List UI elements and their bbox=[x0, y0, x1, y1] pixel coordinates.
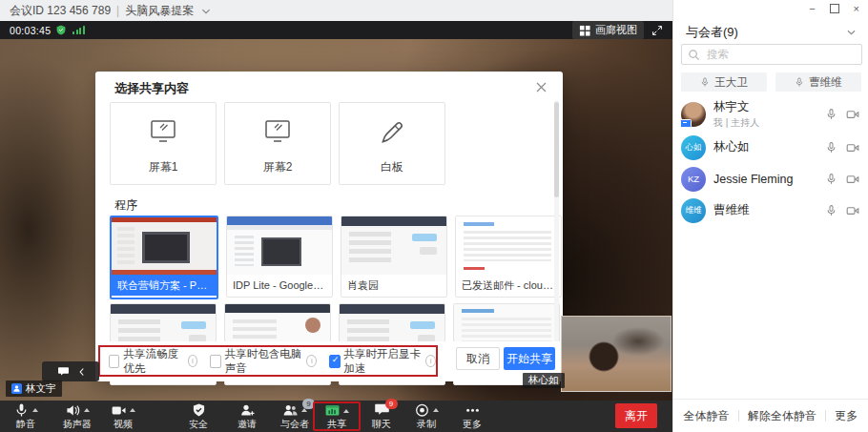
program-card-chat[interactable]: 肖袁园 bbox=[341, 216, 447, 298]
footer-more-button[interactable]: 更多 bbox=[835, 408, 858, 424]
info-icon[interactable]: i bbox=[188, 355, 198, 367]
participants-button[interactable]: 9 与会者 bbox=[271, 401, 319, 431]
caret-up-icon[interactable] bbox=[32, 408, 38, 412]
dialog-scrollbar-thumb[interactable] bbox=[554, 102, 559, 197]
chat-bubble-icon bbox=[57, 366, 70, 378]
checkbox[interactable] bbox=[210, 355, 220, 368]
pip-name-label: 林心如 bbox=[528, 374, 559, 387]
speaking-chip[interactable]: 王大卫 bbox=[681, 72, 767, 92]
share-source-screen1[interactable]: 屏幕1 bbox=[110, 102, 217, 185]
record-icon bbox=[414, 402, 430, 419]
caret-up-icon[interactable] bbox=[84, 408, 90, 412]
participants-footer: 全体静音 解除全体静音 更多 bbox=[673, 399, 868, 432]
program-thumbnail bbox=[456, 216, 561, 275]
program-card-browser[interactable]: IDP Lite - Google Chro... bbox=[226, 216, 333, 298]
window-title-bar: 会议ID 123 456 789 | 头脑风暴提案 bbox=[0, 0, 682, 21]
speaker-icon bbox=[65, 402, 81, 419]
participants-header: 与会者(9) bbox=[686, 21, 857, 44]
close-icon[interactable] bbox=[534, 80, 548, 93]
meeting-app-window: 会议ID 123 456 789 | 头脑风暴提案 00:03:45 画廊视图 … bbox=[0, 0, 868, 432]
close-window-icon[interactable]: × bbox=[854, 3, 859, 14]
checkbox[interactable] bbox=[329, 355, 340, 368]
unmute-all-button[interactable]: 解除全体静音 bbox=[748, 408, 816, 424]
participant-role: 我 | 主持人 bbox=[713, 116, 817, 130]
speaking-chip[interactable]: 曹维维 bbox=[775, 72, 861, 92]
camera-icon[interactable] bbox=[846, 204, 859, 217]
program-card-mail[interactable]: 已发送邮件 - cloudmee... bbox=[455, 216, 562, 298]
speaking-mic-icon bbox=[700, 77, 710, 88]
source-label: 屏幕1 bbox=[111, 159, 216, 175]
network-signal-icon bbox=[72, 26, 85, 34]
title-separator: | bbox=[116, 4, 119, 17]
mute-all-button[interactable]: 全体静音 bbox=[684, 408, 730, 424]
mute-button[interactable]: 静音 bbox=[2, 401, 50, 431]
cancel-button[interactable]: 取消 bbox=[456, 347, 500, 370]
participant-row[interactable]: 维维 曹维维 bbox=[681, 195, 861, 226]
program-card-powerpoint[interactable]: 联合营销方案 - PowerP... bbox=[110, 216, 218, 299]
speaker-button[interactable]: 扬声器 bbox=[53, 401, 101, 431]
video-camera-icon bbox=[111, 402, 127, 419]
dialog-footer: 共享流畅度优先 i 共享时包含电脑声音 i 共享时开启显卡加速 i 取消 开始共… bbox=[95, 341, 563, 381]
camera-icon[interactable] bbox=[846, 173, 859, 186]
programs-section-label: 程序 bbox=[114, 197, 137, 214]
search-box[interactable] bbox=[681, 44, 862, 65]
camera-icon[interactable] bbox=[846, 108, 859, 121]
divider bbox=[825, 410, 826, 422]
meeting-id: 会议ID 123 456 789 bbox=[10, 3, 111, 19]
share-content-dialog: 选择共享内容 屏幕1 屏幕2 白板 bbox=[95, 72, 563, 381]
caret-up-icon[interactable] bbox=[433, 408, 439, 412]
mic-icon[interactable] bbox=[825, 108, 837, 121]
video-button[interactable]: 视频 bbox=[99, 401, 147, 431]
participant-list: 林宇文 我 | 主持人 心如 林心如 KZ Jessie Fleming bbox=[681, 96, 861, 226]
option-include-audio[interactable]: 共享时包含电脑声音 i bbox=[210, 347, 317, 376]
chevron-down-icon[interactable] bbox=[846, 29, 857, 36]
info-icon[interactable]: i bbox=[306, 355, 317, 367]
share-button[interactable]: 共享 bbox=[313, 401, 361, 431]
program-label: 联合营销方案 - PowerP... bbox=[112, 275, 217, 296]
record-button[interactable]: 录制 bbox=[403, 401, 450, 431]
participants-icon bbox=[282, 402, 299, 419]
grid-icon bbox=[579, 25, 590, 36]
mic-icon bbox=[13, 402, 30, 419]
participant-name: 曹维维 bbox=[713, 202, 817, 218]
start-share-button[interactable]: 开始共享 bbox=[504, 347, 555, 370]
option-gpu-acceleration[interactable]: 共享时开启显卡加速 i bbox=[329, 347, 436, 376]
chat-button[interactable]: 9 聊天 bbox=[358, 401, 405, 431]
participant-row[interactable]: KZ Jessie Fleming bbox=[681, 163, 861, 195]
leave-meeting-button[interactable]: 离开 bbox=[615, 403, 657, 428]
chat-collapse-pill[interactable] bbox=[42, 361, 99, 381]
more-button[interactable]: 更多 bbox=[448, 401, 496, 431]
toolbar-label: 共享 bbox=[327, 419, 346, 429]
member-person-icon bbox=[11, 383, 22, 394]
participant-name: 林宇文 bbox=[713, 99, 817, 115]
search-icon bbox=[688, 49, 700, 61]
pen-icon bbox=[340, 118, 444, 147]
meeting-toolbar: 静音 扬声器 视频 安全 邀请 9 与会者 共享 9 聊天 bbox=[0, 401, 672, 432]
checkbox[interactable] bbox=[109, 355, 119, 368]
option-fluency-priority[interactable]: 共享流畅度优先 i bbox=[109, 347, 197, 376]
mic-icon[interactable] bbox=[825, 173, 837, 186]
monitor-icon bbox=[225, 118, 330, 145]
monitor-icon bbox=[111, 118, 216, 145]
caret-up-icon[interactable] bbox=[130, 408, 135, 412]
fullscreen-expand-icon[interactable] bbox=[651, 25, 663, 36]
participant-row[interactable]: 林宇文 我 | 主持人 bbox=[681, 96, 861, 132]
chevron-down-icon[interactable] bbox=[201, 8, 211, 15]
gallery-view-button[interactable]: 画廊视图 bbox=[572, 21, 644, 39]
mic-icon[interactable] bbox=[825, 141, 837, 154]
minimize-icon[interactable]: − bbox=[809, 3, 815, 14]
pip-video-thumbnail[interactable] bbox=[561, 316, 672, 392]
maximize-icon[interactable] bbox=[830, 4, 839, 13]
security-button[interactable]: 安全 bbox=[175, 401, 222, 431]
camera-icon[interactable] bbox=[846, 141, 859, 154]
speaking-chips: 王大卫 曹维维 bbox=[681, 72, 861, 92]
share-source-whiteboard[interactable]: 白板 bbox=[339, 102, 445, 185]
participant-row[interactable]: 心如 林心如 bbox=[681, 132, 861, 163]
mic-icon[interactable] bbox=[825, 204, 837, 217]
search-input[interactable] bbox=[705, 48, 856, 61]
invite-button[interactable]: 邀请 bbox=[223, 401, 271, 431]
caret-up-icon[interactable] bbox=[343, 409, 349, 413]
info-icon[interactable]: i bbox=[425, 355, 436, 367]
share-source-screen2[interactable]: 屏幕2 bbox=[224, 102, 331, 185]
program-label: IDP Lite - Google Chro... bbox=[227, 275, 332, 296]
